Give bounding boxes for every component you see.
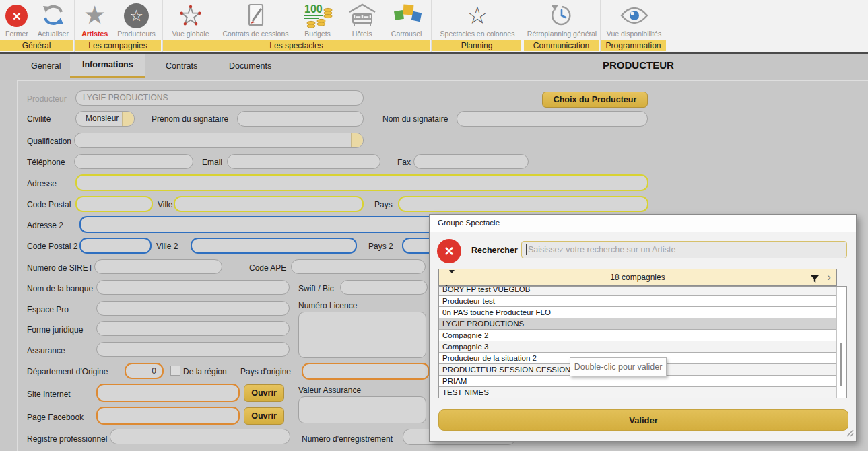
- search-label: Rechercher: [471, 246, 518, 255]
- site-internet-label: Site Internet: [27, 390, 71, 399]
- ville2-field[interactable]: [191, 238, 357, 254]
- page-facebook-field[interactable]: [96, 407, 240, 425]
- company-list-container: BORY FP test VUEGLOBProducteur test0n PA…: [438, 286, 847, 398]
- de-la-region-label: De la région: [183, 367, 227, 376]
- adresse-label: Adresse: [27, 179, 57, 188]
- code-postal2-label: Code Postal 2: [27, 242, 77, 251]
- civilite-label: Civilité: [27, 114, 51, 124]
- assurance-label: Assurance: [27, 346, 65, 355]
- text-cursor: [526, 244, 527, 255]
- code-postal-field[interactable]: [75, 196, 153, 212]
- espace-pro-field[interactable]: [96, 301, 290, 316]
- qualification-label: Qualification: [27, 137, 71, 146]
- adresse-field[interactable]: [75, 174, 648, 191]
- list-item[interactable]: Compagnie 2: [439, 330, 836, 341]
- dialog-close-button[interactable]: ×: [437, 239, 461, 263]
- email-field[interactable]: [227, 154, 380, 169]
- site-internet-field[interactable]: [96, 384, 240, 402]
- producteur-label: Producteur: [27, 94, 67, 104]
- list-item[interactable]: Compagnie 3: [439, 341, 836, 353]
- numero-enregistrement-label: Numéro d'enregistrement: [302, 434, 393, 444]
- telephone-label: Téléphone: [27, 158, 65, 167]
- qualification-field[interactable]: [74, 133, 364, 148]
- banque-field[interactable]: [96, 280, 290, 295]
- nom-signataire-label: Nom du signataire: [382, 114, 448, 124]
- dialog-title-bar[interactable]: Groupe Spectacle: [430, 215, 856, 232]
- registre-label: Registre professionnel: [27, 434, 107, 444]
- code-ape-label: Code APE: [249, 263, 286, 273]
- company-list: BORY FP test VUEGLOBProducteur test0n PA…: [439, 287, 836, 398]
- search-input[interactable]: Saisissez votre recherche sur un Artiste: [521, 241, 847, 258]
- ville-field[interactable]: [174, 196, 364, 212]
- email-label: Email: [202, 158, 222, 167]
- telephone-field[interactable]: [74, 154, 193, 169]
- expand-chevron-icon[interactable]: ›: [827, 271, 831, 284]
- groupe-spectacle-dialog: Groupe Spectacle × Rechercher Saisissez …: [429, 214, 857, 442]
- civilite-select[interactable]: Monsieur: [75, 111, 135, 127]
- dialog-title: Groupe Spectacle: [438, 219, 500, 227]
- forme-juridique-label: Forme juridique: [27, 325, 83, 335]
- swift-label: Swift / Bic: [298, 284, 334, 293]
- swift-field[interactable]: [340, 280, 428, 295]
- de-la-region-checkbox[interactable]: [170, 366, 180, 376]
- siret-field[interactable]: [94, 259, 222, 274]
- siret-label: Numéro de SIRET: [27, 263, 93, 273]
- pays-field[interactable]: [398, 196, 648, 212]
- departement-origine-label: Département d'Origine: [27, 367, 108, 376]
- forme-juridique-field[interactable]: [96, 321, 290, 336]
- list-item[interactable]: Producteur test: [439, 296, 836, 307]
- application-window: × Fermer Actualiser Général: [0, 0, 868, 451]
- scrollbar-thumb[interactable]: [840, 343, 842, 386]
- nom-signataire-field[interactable]: [457, 111, 648, 127]
- scrollbar[interactable]: [836, 287, 846, 398]
- producteur-field[interactable]: LYGIE PRODUCTIONS: [75, 90, 364, 106]
- pays-origine-field[interactable]: [302, 363, 430, 380]
- list-item[interactable]: TEST NIMES: [439, 387, 836, 398]
- filter-funnel-icon[interactable]: [811, 274, 819, 286]
- resize-grip[interactable]: [844, 427, 854, 440]
- fax-label: Fax: [397, 158, 411, 167]
- close-icon: ×: [444, 243, 454, 259]
- ouvrir-facebook-button[interactable]: Ouvrir: [244, 407, 284, 425]
- valeur-assurance-textarea[interactable]: [298, 396, 426, 423]
- pays2-label: Pays 2: [368, 242, 393, 251]
- list-item[interactable]: PRIAM: [439, 376, 836, 387]
- list-item[interactable]: BORY FP test VUEGLOB: [439, 287, 836, 296]
- banque-label: Nom de la banque: [27, 284, 93, 293]
- numero-licence-label: Numéro Licence: [298, 301, 357, 310]
- code-ape-field[interactable]: [291, 259, 426, 274]
- adresse2-label: Adresse 2: [27, 221, 63, 230]
- search-placeholder: Saisissez votre recherche sur un Artiste: [528, 245, 676, 254]
- chevron-down-icon[interactable]: [351, 133, 363, 147]
- ville2-label: Ville 2: [156, 242, 178, 251]
- pays-label: Pays: [374, 200, 393, 209]
- list-header-bar: 18 compagnies ›: [438, 269, 837, 286]
- prenom-signataire-field[interactable]: [237, 111, 364, 127]
- list-item[interactable]: LYGIE PRODUCTIONS: [439, 318, 836, 330]
- assurance-field[interactable]: [96, 342, 290, 357]
- valider-button[interactable]: Valider: [438, 409, 848, 431]
- espace-pro-label: Espace Pro: [27, 305, 69, 314]
- prenom-signataire-label: Prénom du signataire: [152, 114, 228, 124]
- choix-producteur-button[interactable]: Choix du Producteur: [542, 92, 648, 108]
- valeur-assurance-label: Valeur Assurance: [298, 386, 361, 395]
- departement-origine-field[interactable]: 0: [125, 363, 164, 379]
- page-facebook-label: Page Facebook: [27, 413, 84, 422]
- ville-label: Ville: [158, 200, 172, 209]
- code-postal2-field[interactable]: [79, 238, 152, 254]
- list-item[interactable]: 0n PAS touche Producteur FLO: [439, 307, 836, 318]
- tooltip: Double-clic pour valider: [570, 357, 667, 376]
- pays-origine-label: Pays d'origine: [240, 367, 291, 376]
- ouvrir-site-button[interactable]: Ouvrir: [244, 384, 284, 402]
- numero-licence-textarea[interactable]: [298, 312, 426, 358]
- chevron-down-icon[interactable]: [122, 112, 134, 126]
- company-count: 18 compagnies: [439, 273, 836, 282]
- fax-field[interactable]: [413, 154, 529, 169]
- code-postal-label: Code Postal: [27, 200, 71, 209]
- registre-field[interactable]: [110, 429, 290, 444]
